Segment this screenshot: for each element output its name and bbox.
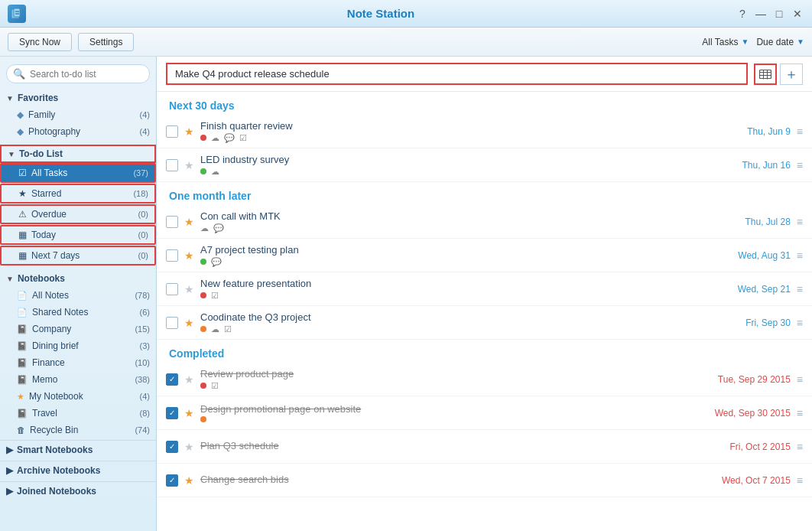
task-checkbox-4[interactable] bbox=[166, 249, 178, 262]
task-checkbox-10[interactable]: ✓ bbox=[166, 474, 178, 487]
sidebar-item-finance[interactable]: 📓 Finance (10) bbox=[0, 354, 156, 371]
priority-dot-8 bbox=[200, 416, 206, 422]
mynotebook-icon: ★ bbox=[17, 392, 24, 402]
task-date-7: Tue, Sep 29 2015 bbox=[714, 374, 791, 385]
task-content-1: Finish quarter review ☁ 💬 ☑ bbox=[200, 120, 708, 143]
maximize-icon[interactable]: □ bbox=[772, 7, 786, 21]
new-task-input[interactable] bbox=[166, 63, 748, 85]
task-checkbox-8[interactable]: ✓ bbox=[166, 407, 178, 419]
smart-notebooks-section[interactable]: ▶ Smart Notebooks bbox=[0, 440, 156, 459]
task-title-8: Design promotional page on website bbox=[200, 403, 708, 415]
task-star-2[interactable]: ★ bbox=[184, 159, 194, 171]
section-completed: Completed bbox=[157, 340, 812, 363]
todolist-section[interactable]: ▼ To-do List bbox=[0, 145, 156, 163]
joined-notebooks-label: Joined Notebooks bbox=[17, 486, 96, 497]
task-checkbox-6[interactable] bbox=[166, 317, 178, 329]
task-star-1[interactable]: ★ bbox=[184, 125, 194, 138]
task-menu-8[interactable]: ≡ bbox=[797, 407, 803, 419]
task-menu-5[interactable]: ≡ bbox=[797, 283, 803, 295]
sidebar-item-company[interactable]: 📓 Company (15) bbox=[0, 321, 156, 337]
toolbar: Sync Now Settings All Tasks ▼ Due date ▼ bbox=[0, 28, 812, 57]
sidebar-item-overdue[interactable]: ⚠ Overdue (0) bbox=[0, 204, 156, 224]
task-content-3: Con call with MTK ☁ 💬 bbox=[200, 210, 708, 233]
help-icon[interactable]: ? bbox=[736, 7, 749, 21]
sidebar-item-shared-notes[interactable]: 📄 Shared Notes (6) bbox=[0, 304, 156, 321]
settings-button[interactable]: Settings bbox=[78, 33, 134, 51]
task-title-5: New feature presentation bbox=[200, 278, 708, 289]
all-tasks-filter[interactable]: All Tasks ▼ bbox=[702, 37, 749, 47]
task-menu-10[interactable]: ≡ bbox=[797, 474, 803, 487]
sidebar-item-photography[interactable]: ◆ Photography (4) bbox=[0, 123, 156, 140]
task-star-9[interactable]: ★ bbox=[184, 441, 194, 453]
sync-now-button[interactable]: Sync Now bbox=[8, 33, 72, 51]
task-menu-3[interactable]: ≡ bbox=[797, 216, 803, 228]
shared-notes-label: Shared Notes bbox=[32, 307, 88, 318]
task-checkbox-7[interactable]: ✓ bbox=[166, 373, 178, 386]
notebooks-section[interactable]: ▼ Notebooks bbox=[0, 270, 156, 287]
task-checkbox-3[interactable] bbox=[166, 216, 178, 228]
task-menu-2[interactable]: ≡ bbox=[797, 159, 803, 171]
task-menu-7[interactable]: ≡ bbox=[797, 373, 803, 386]
sidebar-item-recycle[interactable]: 🗑 Recycle Bin (74) bbox=[0, 422, 156, 438]
task-menu-6[interactable]: ≡ bbox=[797, 317, 803, 329]
calendar-grid-button[interactable] bbox=[754, 64, 777, 85]
task-content-9: Plan Q3 schedule bbox=[200, 440, 708, 453]
task-menu-9[interactable]: ≡ bbox=[797, 441, 803, 453]
task-row: ✓ ★ Plan Q3 schedule Fri, Oct 2 2015 ≡ bbox=[157, 430, 812, 464]
star-icon: ★ bbox=[18, 188, 27, 199]
add-task-button[interactable]: ＋ bbox=[780, 64, 803, 85]
sidebar-item-all-tasks[interactable]: ☑ All Tasks (37) bbox=[0, 163, 156, 183]
search-box[interactable]: 🔍 bbox=[6, 64, 150, 83]
search-input[interactable] bbox=[30, 69, 143, 80]
task-date-2: Thu, Jun 16 bbox=[714, 160, 791, 171]
task-star-4[interactable]: ★ bbox=[184, 249, 194, 262]
task-title-10: Change search bids bbox=[200, 474, 708, 485]
minimize-icon[interactable]: — bbox=[754, 7, 768, 21]
task-menu-1[interactable]: ≡ bbox=[797, 125, 803, 138]
task-row: ✓ ★ Review product page ☑ Tue, Sep 29 20… bbox=[157, 363, 812, 396]
task-input-actions: ＋ bbox=[754, 64, 803, 85]
task-content-6: Coodinate the Q3 project ☁ ☑ bbox=[200, 311, 708, 334]
task-checkbox-1[interactable] bbox=[166, 125, 178, 138]
sidebar-item-next7[interactable]: ▦ Next 7 days (0) bbox=[0, 246, 156, 266]
task-menu-4[interactable]: ≡ bbox=[797, 249, 803, 262]
joined-notebooks-section[interactable]: ▶ Joined Notebooks bbox=[0, 481, 156, 500]
svg-rect-1 bbox=[14, 8, 20, 17]
task-date-9: Fri, Oct 2 2015 bbox=[714, 441, 791, 452]
archive-notebooks-section[interactable]: ▶ Archive Notebooks bbox=[0, 461, 156, 480]
task-checkbox-5[interactable] bbox=[166, 283, 178, 295]
task-input-bar: ＋ bbox=[157, 57, 812, 92]
task-checkbox-9[interactable]: ✓ bbox=[166, 441, 178, 453]
task-star-10[interactable]: ★ bbox=[184, 474, 194, 487]
task-star-7[interactable]: ★ bbox=[184, 373, 194, 386]
task-content-10: Change search bids bbox=[200, 474, 708, 487]
due-date-filter[interactable]: Due date ▼ bbox=[756, 37, 804, 47]
task-star-8[interactable]: ★ bbox=[184, 407, 194, 419]
sidebar-item-memo[interactable]: 📓 Memo (38) bbox=[0, 371, 156, 388]
memo-icon: 📓 bbox=[17, 375, 28, 385]
task-star-5[interactable]: ★ bbox=[184, 283, 194, 295]
task-star-6[interactable]: ★ bbox=[184, 317, 194, 329]
mynotebook-count: (4) bbox=[140, 392, 150, 401]
priority-dot-5 bbox=[200, 292, 206, 298]
sidebar-item-my-notebook[interactable]: ★ My Notebook (4) bbox=[0, 388, 156, 405]
favorites-section[interactable]: ▼ Favorites bbox=[0, 90, 156, 106]
sidebar-item-starred[interactable]: ★ Starred (18) bbox=[0, 184, 156, 204]
sidebar-item-all-notes[interactable]: 📄 All Notes (78) bbox=[0, 287, 156, 304]
window-controls[interactable]: ? — □ ✕ bbox=[736, 7, 804, 21]
task-row: ★ Coodinate the Q3 project ☁ ☑ Fri, Sep … bbox=[157, 306, 812, 340]
task-checkbox-2[interactable] bbox=[166, 159, 178, 171]
sidebar-item-family[interactable]: ◆ Family (4) bbox=[0, 106, 156, 123]
sidebar-item-today[interactable]: ▦ Today (0) bbox=[0, 225, 156, 245]
titlebar: Note Station ? — □ ✕ bbox=[0, 0, 812, 28]
archive-caret: ▶ bbox=[6, 465, 13, 476]
sync-icon-3: ☁ bbox=[200, 223, 209, 233]
sidebar-item-dining[interactable]: 📓 Dining brief (3) bbox=[0, 337, 156, 354]
task-star-3[interactable]: ★ bbox=[184, 216, 194, 228]
sync-icon-1: ☁ bbox=[211, 133, 219, 143]
sidebar-item-travel[interactable]: 📓 Travel (8) bbox=[0, 405, 156, 422]
sync-icon-6: ☁ bbox=[211, 324, 219, 334]
close-icon[interactable]: ✕ bbox=[791, 7, 804, 21]
task-title-9: Plan Q3 schedule bbox=[200, 440, 708, 451]
toolbar-right: All Tasks ▼ Due date ▼ bbox=[702, 37, 804, 47]
